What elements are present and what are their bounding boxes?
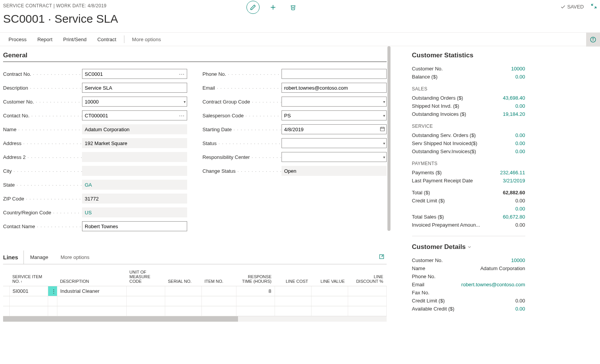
col-line-discount[interactable]: LINE DISCOUNT % [348,264,386,286]
delete-button[interactable] [287,1,300,14]
row-menu-cell[interactable] [48,306,57,316]
ellipsis-icon[interactable]: ··· [179,71,185,77]
cell-uom[interactable] [126,306,165,316]
contract-no-input[interactable] [82,69,187,79]
stat-payments[interactable]: 232,466.11 [500,170,525,175]
cell-uom[interactable] [126,286,165,296]
cell-uom[interactable] [126,296,165,306]
cell-line-discount[interactable] [348,296,386,306]
row-select-cell[interactable] [3,296,9,306]
stat-last-payment[interactable]: 3/21/2019 [503,178,525,184]
cell-line-cost[interactable] [275,286,311,296]
ellipsis-icon[interactable]: ··· [179,112,185,119]
cell-description[interactable] [57,306,126,316]
description-input[interactable] [82,83,187,93]
det-avail-credit[interactable]: 0.00 [515,306,525,312]
label-contract-no: Contract No. [3,71,82,77]
resp-center-input[interactable] [282,152,387,162]
customer-details-title[interactable]: Customer Details [412,243,525,251]
customer-no-input[interactable] [82,97,187,107]
lines-manage[interactable]: Manage [24,254,54,260]
stat-serv-inv[interactable]: 0.00 [515,149,525,154]
table-row[interactable]: SI0001⋮Industrial Cleaner8 [3,286,386,296]
cell-serial[interactable] [165,296,201,306]
cell-item-no[interactable] [201,296,236,306]
stat-shipped[interactable]: 0.00 [515,103,525,109]
section-general-title[interactable]: General [3,52,387,62]
state-input[interactable] [82,180,187,190]
cell-line-discount[interactable] [348,306,386,316]
cell-description[interactable] [57,296,126,306]
col-line-cost[interactable]: LINE COST [275,264,311,286]
cell-serial[interactable] [165,286,201,296]
collapse-button[interactable] [591,3,597,10]
col-response[interactable]: RESPONSE TIME (HOURS) [236,264,275,286]
cell-serial[interactable] [165,306,201,316]
scrollbar-horizontal[interactable] [3,316,387,322]
det-customer-no[interactable]: 10000 [511,257,525,263]
stat-serv-orders[interactable]: 0.00 [515,132,525,138]
row-select-cell[interactable] [3,286,9,296]
cell-item-no[interactable] [201,306,236,316]
cell-response[interactable]: 8 [236,286,275,296]
lines-more-options[interactable]: More options [54,254,96,260]
stat-out-orders[interactable]: 43,698.40 [503,95,525,101]
det-email[interactable]: robert.townes@contoso.com [461,282,525,287]
lines-expand-button[interactable] [379,254,384,260]
row-menu-button[interactable]: ⋮ [48,286,57,296]
cell-response[interactable] [236,296,275,306]
label-change-status: Change Status [203,168,282,174]
section-lines-title[interactable]: Lines [3,250,24,264]
cell-response[interactable] [236,306,275,316]
table-row[interactable] [3,306,386,316]
status-select[interactable] [282,138,387,148]
stat-out-inv[interactable]: 19,184.20 [503,111,525,117]
cell-service-item-no[interactable] [9,296,48,306]
contract-group-input[interactable] [282,97,387,107]
col-line-value[interactable]: LINE VALUE [311,264,348,286]
action-printsend[interactable]: Print/Send [58,37,92,42]
stat-balance[interactable]: 0.00 [515,74,525,80]
cell-item-no[interactable] [201,286,236,296]
help-button[interactable] [586,33,600,47]
col-uom[interactable]: UNIT OF MEASURE CODE [126,264,165,286]
salesperson-input[interactable] [282,110,387,120]
stat-prepay-label: Invoiced Prepayment Amoun... [412,222,480,228]
email-input[interactable] [282,83,387,93]
action-process[interactable]: Process [3,37,32,42]
contact-no-input[interactable] [82,110,187,120]
stat-blank[interactable]: 0.00 [515,206,525,212]
new-button[interactable] [266,1,280,14]
stat-total-sales[interactable]: 60,672.80 [503,214,525,220]
cell-line-value[interactable] [311,296,348,306]
cell-service-item-no[interactable]: SI0001 [9,286,48,296]
col-description[interactable]: DESCRIPTION [57,264,126,286]
cell-line-discount[interactable] [348,286,386,296]
row-menu-cell[interactable] [48,296,57,306]
starting-date-input[interactable] [282,124,387,134]
edit-button[interactable] [246,1,260,14]
stat-serv-shipped[interactable]: 0.00 [515,140,525,146]
row-select-cell[interactable] [3,306,9,316]
action-contract[interactable]: Contract [92,37,122,42]
label-address: Address [3,140,82,146]
cell-line-value[interactable] [311,286,348,296]
cell-line-cost[interactable] [275,296,311,306]
col-service-item-no[interactable]: SERVICE ITEM NO.↑ [9,264,48,286]
stat-customer-no[interactable]: 10000 [511,66,525,72]
action-report[interactable]: Report [32,37,58,42]
phone-input[interactable] [282,69,387,79]
action-more-options[interactable]: More options [127,37,166,42]
customer-statistics-title[interactable]: Customer Statistics [412,52,525,59]
col-serial[interactable]: SERIAL NO. [165,264,201,286]
cell-description[interactable]: Industrial Cleaner [57,286,126,296]
cell-line-cost[interactable] [275,306,311,316]
cell-line-value[interactable] [311,306,348,316]
col-item-no[interactable]: ITEM NO. [201,264,236,286]
table-row[interactable] [3,296,386,306]
scrollbar-vertical[interactable] [387,46,391,231]
stat-total[interactable]: 62,882.60 [503,190,525,195]
country-input[interactable] [82,207,187,217]
contact-name-input[interactable] [82,221,187,231]
cell-service-item-no[interactable] [9,306,48,316]
